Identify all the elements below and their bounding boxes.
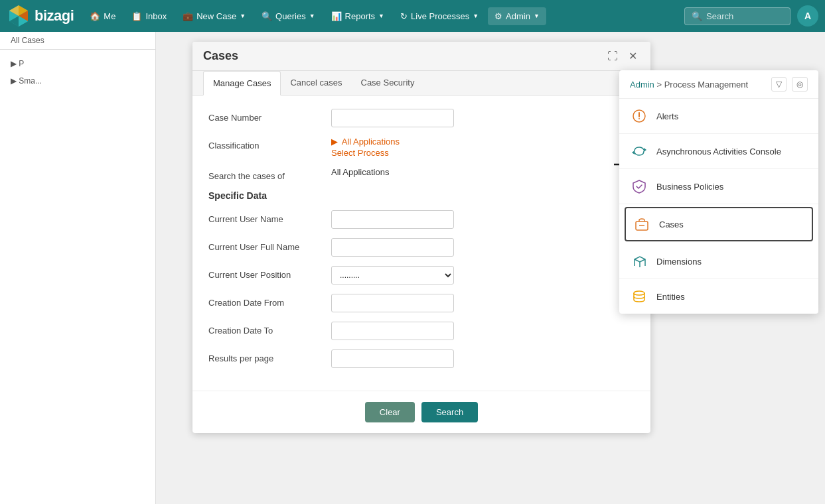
case-number-row: Case Number <box>208 109 635 127</box>
maximize-button[interactable]: ⛶ <box>605 48 621 64</box>
dropdown-item-business-policies[interactable]: Business Policies <box>619 169 818 204</box>
modal-title: Cases <box>203 49 238 63</box>
filter-icon: ▽ <box>776 80 782 89</box>
tab-cancel-cases[interactable]: Cancel cases <box>281 71 351 95</box>
current-user-position-row: Current User Position ......... <box>208 266 635 284</box>
business-policies-label: Business Policies <box>656 182 723 192</box>
dimensions-icon <box>632 254 646 269</box>
cases-label: Cases <box>659 220 684 229</box>
dimensions-label: Dimensions <box>656 257 702 267</box>
all-cases-link[interactable]: All Cases <box>11 36 44 45</box>
search-cases-of-value: All Applications <box>331 163 389 177</box>
close-button[interactable]: ✕ <box>626 48 640 64</box>
nav-reports[interactable]: 📊 Reports ▼ <box>325 7 391 25</box>
queries-chevron: ▼ <box>309 13 315 19</box>
dropdown-section-label: Process Management <box>664 80 748 90</box>
current-user-full-name-row: Current User Full Name <box>208 238 635 257</box>
modal-footer: Clear Search <box>192 391 650 433</box>
modal-body: Case Number Classification ▶ All Applica… <box>192 95 650 391</box>
dropdown-item-async[interactable]: Asynchronous Activities Console <box>619 134 818 169</box>
tab-case-security[interactable]: Case Security <box>352 71 424 95</box>
nav-inbox[interactable]: 📋 Inbox <box>125 7 173 25</box>
modal-header: Cases ⛶ ✕ <box>192 42 650 71</box>
classification-arrow: ▶ <box>331 137 340 147</box>
logo[interactable]: bizagi <box>7 4 74 28</box>
main-area: All Cases ▶ P ▶ Sma... Cases ⛶ ✕ <box>0 32 825 504</box>
current-user-position-select[interactable]: ......... <box>331 266 454 284</box>
svg-marker-11 <box>644 148 646 152</box>
avatar[interactable]: A <box>797 5 818 27</box>
content-area: Cases ⛶ ✕ Manage Cases Cancel cases Case… <box>156 32 825 504</box>
admin-breadcrumb-link[interactable]: Admin <box>630 80 654 90</box>
current-user-name-row: Current User Name <box>208 210 635 229</box>
sidebar: ▶ P ▶ Sma... <box>0 50 156 95</box>
search-button[interactable]: Search <box>421 402 478 422</box>
search-box[interactable]: 🔍 Search <box>684 7 790 25</box>
breadcrumb[interactable]: All Cases <box>0 32 155 50</box>
cases-icon <box>635 217 649 231</box>
eye-icon: ◎ <box>796 80 803 89</box>
nav-queries[interactable]: 🔍 Queries ▼ <box>255 7 321 25</box>
dropdown-item-dimensions[interactable]: Dimensions <box>619 244 818 279</box>
nav-new-case[interactable]: 💼 New Case ▼ <box>176 7 252 25</box>
select-process-link[interactable]: Select Process <box>331 148 635 158</box>
alarm-icon <box>632 109 646 123</box>
new-case-chevron: ▼ <box>240 13 246 19</box>
current-user-position-label: Current User Position <box>208 266 331 280</box>
current-user-name-input[interactable] <box>331 210 454 229</box>
sidebar-wrapper: All Cases ▶ P ▶ Sma... <box>0 32 156 504</box>
reports-chevron: ▼ <box>378 13 384 19</box>
search-icon: 🔍 <box>692 11 702 21</box>
dropdown-item-alerts[interactable]: Alerts <box>619 99 818 134</box>
creation-date-to-row: Creation Date To <box>208 322 635 340</box>
creation-date-to-label: Creation Date To <box>208 322 331 336</box>
results-per-page-input[interactable] <box>331 349 454 368</box>
briefcase-icon: 💼 <box>183 11 193 21</box>
creation-date-from-input[interactable] <box>331 294 454 312</box>
shield-icon <box>632 179 646 194</box>
dropdown-item-entities[interactable]: Entities <box>619 279 818 314</box>
current-user-name-label: Current User Name <box>208 210 331 224</box>
sidebar-item-p[interactable]: ▶ P <box>0 55 155 72</box>
tabs-bar: Manage Cases Cancel cases Case Security <box>192 71 650 95</box>
nav-live-processes[interactable]: ↻ Live Processes ▼ <box>394 7 485 25</box>
top-navigation: bizagi 🏠 Me 📋 Inbox 💼 New Case ▼ 🔍 Queri… <box>0 0 825 32</box>
creation-date-to-input[interactable] <box>331 322 454 340</box>
dropdown-header: Admin > Process Management ▽ ◎ <box>619 70 818 99</box>
dropdown-item-cases[interactable]: Cases <box>625 207 813 241</box>
results-per-page-row: Results per page <box>208 349 635 368</box>
live-processes-chevron: ▼ <box>473 13 479 19</box>
admin-dropdown-panel: Admin > Process Management ▽ ◎ <box>619 70 818 314</box>
admin-icon: ⚙ <box>494 11 502 21</box>
reports-icon: 📊 <box>331 11 342 21</box>
svg-point-16 <box>634 291 644 295</box>
admin-chevron: ▼ <box>534 13 540 19</box>
inbox-icon: 📋 <box>131 11 142 21</box>
eye-button[interactable]: ◎ <box>792 77 808 92</box>
breadcrumb-separator: > <box>656 80 662 90</box>
cases-modal: Cases ⛶ ✕ Manage Cases Cancel cases Case… <box>192 42 650 433</box>
filter-button[interactable]: ▽ <box>771 77 787 92</box>
clear-button[interactable]: Clear <box>365 402 415 422</box>
current-user-full-name-label: Current User Full Name <box>208 238 331 252</box>
alerts-label: Alerts <box>656 111 678 121</box>
creation-date-from-row: Creation Date From <box>208 294 635 312</box>
case-number-input[interactable] <box>331 109 454 127</box>
logo-text: bizagi <box>35 7 74 25</box>
svg-marker-12 <box>632 151 635 155</box>
search-cases-of-row: Search the cases of All Applications <box>208 167 635 181</box>
nav-admin[interactable]: ⚙ Admin ▼ <box>488 7 546 25</box>
sidebar-item-smart[interactable]: ▶ Sma... <box>0 72 155 90</box>
entities-label: Entities <box>656 292 685 302</box>
entities-icon <box>632 289 646 304</box>
current-user-full-name-input[interactable] <box>331 238 454 257</box>
case-number-label: Case Number <box>208 109 331 123</box>
nav-me[interactable]: 🏠 Me <box>83 7 122 25</box>
creation-date-from-label: Creation Date From <box>208 294 331 308</box>
tab-manage-cases[interactable]: Manage Cases <box>203 71 281 95</box>
all-applications-link[interactable]: All Applications <box>342 137 400 147</box>
async-label: Asynchronous Activities Console <box>656 147 781 157</box>
classification-row: Classification ▶ All Applications Select… <box>208 137 635 158</box>
results-per-page-label: Results per page <box>208 349 331 363</box>
classification-label: Classification <box>208 137 331 151</box>
